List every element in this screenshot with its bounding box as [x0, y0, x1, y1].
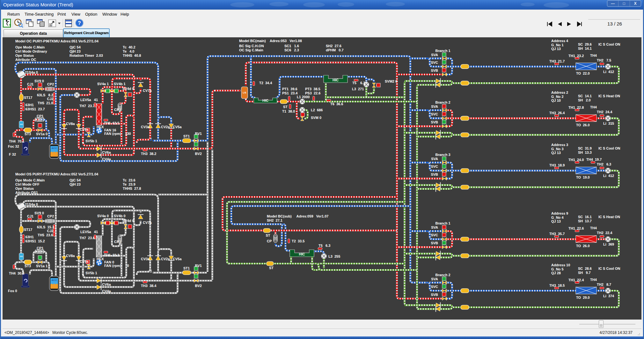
svg-text:SVA: SVA: [431, 277, 438, 281]
svg-text:63H1: 63H1: [26, 235, 34, 239]
svg-text:HEX: HEX: [97, 257, 104, 261]
svg-text:TH3 21.7: TH3 21.7: [549, 59, 565, 63]
svg-text:CJ1: CJ1: [27, 82, 33, 86]
svg-text:TH6 63.5: TH6 63.5: [104, 121, 119, 125]
svg-text:SV4d 0: SV4d 0: [122, 219, 134, 223]
svg-text:QjC 54: QjC 54: [70, 45, 81, 49]
svg-text:TH7 23.7: TH7 23.7: [79, 104, 95, 108]
svg-text:HIC: HIC: [333, 78, 339, 82]
svg-text:SV1a 1: SV1a 1: [36, 264, 48, 268]
svg-text:QjH 23: QjH 23: [70, 182, 81, 186]
svg-text:Ope Mode C.Main: Ope Mode C.Main: [15, 178, 45, 182]
svg-text:QJ 13: QJ 13: [551, 47, 561, 51]
svg-text:CV5a: CV5a: [173, 125, 182, 129]
svg-text:QJ 28: QJ 28: [551, 271, 561, 275]
svg-text:ST17: ST17: [24, 96, 32, 99]
svg-text:CV6a: CV6a: [102, 151, 111, 154]
svg-text:G_No 4: G_No 4: [551, 216, 564, 219]
svg-text:21S4a 0: 21S4a 0: [25, 70, 38, 74]
svg-text:Address 2: Address 2: [551, 91, 568, 94]
svg-text:FAN (rpm) 0: FAN (rpm) 0: [104, 264, 129, 268]
svg-text:IC S Cool ON: IC S Cool ON: [598, 267, 620, 270]
svg-text:TH3 18.9: TH3 18.9: [549, 163, 565, 167]
svg-text:CJ1: CJ1: [27, 214, 33, 218]
svg-text:SC6 2.3: SC6 2.3: [284, 48, 299, 52]
svg-text:ST17: ST17: [24, 228, 32, 232]
svg-text:Model OC PURY-P96TKMU Adres:05: Model OC PURY-P96TKMU Adres:051 Ver5.27/…: [15, 39, 99, 43]
svg-text:TH1 22.4: TH1 22.4: [568, 278, 584, 282]
svg-text:G_No 5: G_No 5: [551, 267, 564, 271]
svg-text:Address 3: Address 3: [551, 143, 568, 147]
svg-text:TH2 22.4: TH2 22.4: [597, 231, 612, 235]
svg-text:TH5 21.0: TH5 21.0: [38, 101, 53, 105]
svg-text:Model BC(main) Adres:053: Model BC(main) Adres:053 Ver1.08: [239, 39, 302, 43]
svg-text:SVB: SVB: [431, 293, 438, 297]
svg-text:HEX: HEX: [97, 125, 104, 129]
svg-text:TH3 35.7: TH3 35.7: [549, 232, 565, 236]
svg-text:SV5b 1: SV5b 1: [85, 139, 97, 143]
svg-text:CV2a: CV2a: [161, 257, 170, 261]
svg-text:Li 369: Li 369: [603, 242, 614, 246]
svg-text:SVA: SVA: [431, 157, 438, 161]
svg-text:A: A: [50, 24, 52, 26]
svg-text:SH 14.1: SH 14.1: [578, 47, 592, 50]
svg-text:QJ 13: QJ 13: [551, 151, 561, 155]
svg-text:Li 412: Li 412: [603, 174, 614, 178]
svg-text:CV8a: CV8a: [66, 254, 75, 258]
svg-text:SC 14.1: SC 14.1: [578, 94, 592, 98]
svg-text:BC Sig C.H.ON: BC Sig C.H.ON: [239, 44, 264, 48]
svg-text:PT1 39.6: PT1 39.6: [282, 87, 297, 91]
svg-text:Model BC(sub) Adres:059: Model BC(sub) Adres:059 Ver1.07: [267, 214, 328, 218]
svg-text:BV1: BV1: [195, 264, 202, 268]
svg-text:Branch 1: Branch 1: [435, 49, 450, 53]
svg-text:THHS 40.8: THHS 40.8: [123, 54, 141, 57]
svg-text:Te 23.9: Te 23.9: [123, 182, 135, 186]
svg-text:ST: ST: [283, 105, 288, 109]
svg-text:TH4 70.1: TH4 70.1: [9, 139, 24, 143]
svg-text:CJ2: CJ2: [47, 229, 54, 233]
svg-text:TH4: TH4: [590, 105, 597, 109]
svg-text:SVC: SVC: [431, 165, 438, 168]
svg-text:Li 412: Li 412: [603, 70, 614, 74]
svg-text:13 / 26: 13 / 26: [607, 21, 622, 26]
svg-text:CP3: CP3: [114, 108, 121, 112]
svg-text:Ope Status: Ope Status: [15, 187, 34, 190]
svg-text:CV3a: CV3a: [141, 257, 150, 261]
svg-text:BV2: BV2: [195, 152, 202, 156]
svg-text:QjC 54: QjC 54: [70, 178, 81, 182]
svg-text:G_No 1: G_No 1: [551, 43, 564, 47]
svg-text:SV1a 0: SV1a 0: [36, 132, 48, 136]
svg-text:SV9 0: SV9 0: [34, 211, 44, 215]
svg-text:ST1: ST1: [183, 134, 190, 138]
svg-text:LEV5a 41: LEV5a 41: [80, 230, 98, 234]
svg-text:T6 36.6: T6 36.6: [330, 102, 343, 106]
svg-text:T2 34.4: T2 34.4: [259, 81, 272, 85]
svg-text:SH 9.7: SH 9.7: [578, 271, 591, 275]
svg-text:CV9a: CV9a: [80, 260, 89, 263]
svg-text:SH 13.7: SH 13.7: [578, 219, 592, 223]
svg-text:ST3: ST3: [25, 264, 31, 268]
svg-text:HIC: HIC: [262, 99, 268, 102]
svg-text:Ope Status: Ope Status: [15, 54, 34, 57]
svg-text:CP1: CP1: [37, 246, 43, 250]
svg-text:TH4 30.8: TH4 30.8: [9, 271, 24, 275]
svg-text:TH6 23.2: TH6 23.2: [104, 253, 119, 257]
svg-text:SV9 0: SV9 0: [34, 79, 44, 83]
svg-text:SVB: SVB: [431, 120, 438, 124]
svg-text:SV4d 0: SV4d 0: [122, 87, 134, 91]
svg-text:Tc 23.6: Tc 23.6: [123, 178, 135, 182]
svg-text:TO 26.0: TO 26.0: [576, 123, 590, 127]
svg-text:SV5b 1: SV5b 1: [85, 271, 97, 275]
svg-text:L3 255: L3 255: [328, 254, 340, 258]
svg-text:ST1: ST1: [183, 266, 190, 270]
svg-text:Branch 3: Branch 3: [435, 153, 450, 157]
svg-text:Ctrl Mode OFF: Ctrl Mode OFF: [15, 182, 40, 186]
svg-text:TH4: TH4: [590, 226, 597, 230]
svg-text:63HS1 23.7: 63HS1 23.7: [26, 107, 45, 111]
svg-text:Model OS PURY-P72TKMU Adres:05: Model OS PURY-P72TKMU Adres:052 Ver5.27/…: [15, 172, 99, 176]
svg-text:ACC: ACC: [51, 147, 57, 150]
svg-text:PT3 38.5: PT3 38.5: [305, 87, 320, 91]
svg-text:G/G: G/G: [20, 123, 23, 125]
svg-text:TH1 23.2: TH1 23.2: [568, 54, 584, 58]
svg-text:63LS 8.2: 63LS 8.2: [37, 93, 53, 97]
